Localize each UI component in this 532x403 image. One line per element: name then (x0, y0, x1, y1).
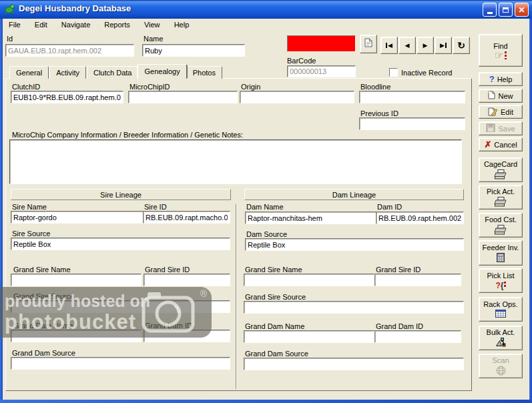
printer-icon (494, 225, 508, 236)
dam-id-input[interactable] (376, 212, 464, 224)
find-icon: ☞ (495, 51, 507, 59)
bulk-shapes-icon (495, 338, 506, 348)
dam-grand-sire-name-input[interactable] (244, 274, 374, 286)
dam-source-input[interactable] (245, 238, 464, 251)
last-bar-icon (445, 43, 447, 48)
printer-icon (494, 197, 508, 208)
lineage-divider (236, 204, 237, 389)
globe-icon (496, 366, 506, 377)
dam-grand-dam-source-input[interactable] (244, 358, 464, 370)
close-button[interactable]: ✕ (515, 3, 529, 17)
photobucket-watermark: proudly hosted on photobucket ® (0, 287, 212, 338)
menu-edit[interactable]: Edit (29, 19, 53, 31)
table-grid-icon (495, 310, 506, 319)
sire-id-label: Sire ID (144, 203, 167, 211)
sire-grand-sire-name-label: Grand Sire Name (13, 266, 71, 274)
menu-file[interactable]: File (3, 19, 27, 31)
dam-name-label: Dam Name (246, 203, 284, 211)
app-gecko-icon (4, 3, 15, 15)
food-cst-button[interactable]: Food Cst. (479, 213, 523, 238)
tab-strip: General Activity Clutch Data Genealogy P… (9, 64, 223, 79)
dam-grand-sire-source-input[interactable] (244, 301, 464, 314)
new-button[interactable]: New (479, 89, 523, 103)
dam-id-label: Dam ID (377, 203, 402, 211)
feeder-inv-button[interactable]: Feeder Inv. (479, 240, 523, 266)
last-record-icon: ▶ (440, 42, 445, 49)
first-record-icon: ◀ (388, 42, 392, 49)
sire-name-label: Sire Name (12, 203, 47, 211)
cagecard-button[interactable]: CageCard (479, 157, 523, 182)
watermark-line1: proudly hosted on (5, 292, 150, 311)
name-input[interactable] (142, 44, 245, 57)
rack-ops-button[interactable]: Rack Ops. (479, 297, 523, 322)
frame-right (529, 19, 532, 403)
dam-grand-dam-id-input[interactable] (374, 330, 461, 343)
clutchid-label: ClutchID (12, 83, 40, 91)
find-button[interactable]: Find ☞ (479, 34, 523, 67)
tab-activity[interactable]: Activity (49, 66, 86, 79)
edit-icon (488, 107, 498, 117)
bulk-act-button[interactable]: Bulk Act. (479, 326, 523, 350)
dam-grand-dam-id-label: Grand Dam ID (376, 322, 423, 330)
origin-label: Origin (241, 83, 260, 91)
save-button: Save (479, 121, 523, 135)
sire-source-input[interactable] (11, 238, 230, 250)
dam-name-input[interactable] (245, 212, 387, 224)
sire-grand-sire-name-input[interactable] (11, 274, 142, 286)
origin-input[interactable] (240, 91, 354, 103)
notes-popup-button[interactable] (360, 35, 377, 53)
document-icon (364, 38, 372, 50)
menu-navigate[interactable]: Navigate (55, 19, 96, 31)
notes-textarea[interactable] (9, 139, 462, 184)
previous-id-input[interactable] (359, 117, 465, 130)
dam-lineage-header: Dam Lineage (244, 189, 464, 200)
nav-first-button[interactable]: ◀ (380, 37, 398, 54)
inactive-record-checkbox[interactable] (389, 68, 398, 77)
edit-button[interactable]: Edit (479, 105, 523, 119)
tab-photos[interactable]: Photos (186, 66, 222, 79)
tab-clutch-data[interactable]: Clutch Data (87, 66, 138, 79)
dam-grand-dam-source-label: Grand Dam Source (245, 350, 308, 358)
microchipid-input[interactable] (128, 91, 238, 103)
maximize-button[interactable] (499, 3, 513, 17)
title-bar: Degei Husbandry Database ✕ (0, 0, 532, 19)
sire-source-label: Sire Source (12, 230, 50, 238)
sire-grand-sire-id-label: Grand Sire ID (145, 266, 190, 274)
maximize-icon (503, 7, 509, 13)
menu-help[interactable]: Help (168, 19, 196, 31)
status-color-box (287, 35, 356, 52)
help-button[interactable]: ? Help (479, 72, 523, 86)
pick-act-button[interactable]: Pick Act. (479, 185, 523, 210)
barcode-input (287, 65, 356, 77)
sire-grand-sire-id-input[interactable] (144, 274, 230, 286)
id-input (5, 44, 134, 57)
menu-view[interactable]: View (138, 19, 166, 31)
dam-grand-sire-id-input[interactable] (374, 274, 461, 286)
tab-genealogy[interactable]: Genealogy (138, 64, 186, 79)
nav-next-button[interactable]: ▶ (417, 37, 434, 54)
refresh-icon: ↻ (457, 40, 465, 51)
cancel-x-icon: ✗ (484, 139, 491, 149)
tab-general[interactable]: General (9, 66, 49, 79)
nav-refresh-button[interactable]: ↻ (453, 37, 470, 54)
pick-list-button[interactable]: Pick List ?{ (479, 268, 523, 293)
clutchid-input[interactable] (11, 91, 123, 103)
cancel-button[interactable]: ✗ Cancel (479, 137, 523, 151)
close-icon: ✕ (518, 5, 525, 15)
barcode-label: BarCode (287, 57, 316, 65)
minimize-button[interactable] (483, 3, 497, 17)
camera-icon (142, 292, 195, 336)
minimize-icon (487, 12, 493, 14)
sire-name-input[interactable] (11, 211, 153, 224)
dam-grand-dam-name-input[interactable] (244, 330, 374, 343)
dam-grand-sire-id-label: Grand Sire ID (376, 266, 421, 274)
menu-reports[interactable]: Reports (98, 19, 136, 31)
scan-button: Scan (479, 354, 523, 378)
frame-bottom (0, 400, 532, 403)
nav-last-button[interactable]: ▶ (435, 37, 452, 54)
nav-prev-button[interactable]: ◀ (398, 37, 416, 54)
previous-id-label: Previous ID (360, 109, 398, 117)
bloodline-input[interactable] (359, 91, 465, 103)
sire-id-input[interactable] (143, 211, 230, 224)
sire-grand-dam-source-input[interactable] (11, 357, 230, 370)
